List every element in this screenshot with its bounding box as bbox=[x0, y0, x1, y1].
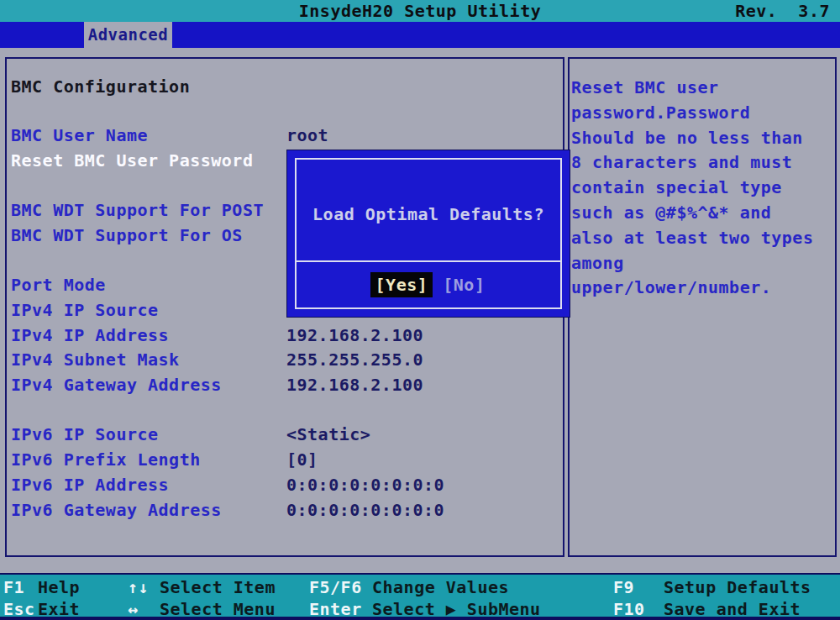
setting-label: BMC WDT Support For POST bbox=[11, 200, 264, 220]
setting-label: IPv4 Subnet Mask bbox=[11, 349, 180, 370]
app-title: InsydeH20 Setup Utility bbox=[0, 0, 840, 22]
setting-value: [0] bbox=[286, 447, 318, 472]
setting-label: IPv4 Gateway Address bbox=[11, 375, 222, 395]
setting-label: BMC User Name bbox=[11, 125, 148, 145]
help-line: password.Password bbox=[571, 101, 835, 126]
no-button[interactable]: [No] bbox=[441, 272, 486, 297]
confirm-dialog: Load Optimal Defaults? [Yes][No] bbox=[286, 150, 570, 318]
revision-label: Rev. 3.7 bbox=[735, 0, 830, 22]
hint-key-f5-f6: F5/F6 bbox=[309, 576, 362, 598]
menu-bar: Advanced bbox=[0, 22, 840, 48]
hint-desc-select-menu: Select Menu bbox=[160, 598, 276, 620]
setting-value: <Static> bbox=[286, 422, 370, 447]
row-bmc-user-name[interactable]: BMC User Name root bbox=[7, 123, 561, 148]
leftright-arrows-icon: ↔ bbox=[128, 598, 139, 620]
hint-desc-help: Help bbox=[38, 576, 80, 598]
hint-desc-select-submenu: Select ▶ SubMenu bbox=[372, 598, 541, 620]
setting-label: IPv6 IP Source bbox=[11, 424, 159, 444]
dialog-border: Load Optimal Defaults? [Yes][No] bbox=[295, 158, 562, 309]
hint-key-enter: Enter bbox=[309, 598, 362, 620]
help-text: Reset BMC user password.Password Should … bbox=[570, 76, 835, 301]
help-line: 8 characters and must bbox=[571, 150, 835, 176]
dialog-separator bbox=[297, 260, 560, 262]
help-line: upper/lower/number. bbox=[571, 276, 835, 301]
setting-label: IPv6 Prefix Length bbox=[11, 449, 201, 470]
hint-desc-setup-defaults: Setup Defaults bbox=[664, 576, 811, 598]
hint-key-f10: F10 bbox=[613, 598, 645, 620]
help-line: contain special type bbox=[571, 176, 835, 201]
help-line: also at least two types bbox=[571, 226, 835, 251]
row-ipv4-ip-address[interactable]: IPv4 IP Address 192.168.2.100 bbox=[7, 323, 561, 348]
setting-value: 192.168.2.100 bbox=[286, 323, 423, 348]
setting-label: IPv4 IP Source bbox=[11, 300, 159, 320]
hint-desc-save-and-exit: Save and Exit bbox=[664, 598, 801, 620]
setting-value: 0:0:0:0:0:0:0:0 bbox=[286, 497, 444, 523]
help-line: such as @#$%^&* and bbox=[571, 201, 835, 226]
hint-key-f1: F1 bbox=[3, 576, 24, 598]
help-panel: Reset BMC user password.Password Should … bbox=[568, 57, 837, 557]
setting-label: Port Mode bbox=[11, 275, 106, 295]
setting-label: BMC WDT Support For OS bbox=[11, 225, 243, 245]
row-ipv6-gateway-address[interactable]: IPv6 Gateway Address 0:0:0:0:0:0:0:0 bbox=[7, 497, 561, 523]
row-ipv6-ip-address[interactable]: IPv6 IP Address 0:0:0:0:0:0:0:0 bbox=[7, 472, 561, 497]
dialog-message: Load Optimal Defaults? bbox=[297, 202, 560, 227]
section-heading: BMC Configuration bbox=[11, 74, 190, 99]
help-line: Reset BMC user bbox=[571, 76, 835, 101]
row-ipv4-gateway-address[interactable]: IPv4 Gateway Address 192.168.2.100 bbox=[7, 372, 561, 397]
setting-value: 0:0:0:0:0:0:0:0 bbox=[286, 472, 444, 497]
hint-desc-change-values: Change Values bbox=[372, 576, 509, 598]
footer-bar: F1 Help ↑↓ Select Item F5/F6 Change Valu… bbox=[0, 573, 840, 620]
setting-label: Reset BMC User Password bbox=[11, 150, 253, 171]
hint-desc-select-item: Select Item bbox=[160, 576, 276, 598]
dialog-buttons: [Yes][No] bbox=[297, 272, 560, 297]
hint-desc-exit: Exit bbox=[38, 598, 80, 620]
setting-label: IPv6 IP Address bbox=[11, 475, 169, 495]
updown-arrows-icon: ↑↓ bbox=[128, 576, 149, 598]
row-ipv4-subnet-mask[interactable]: IPv4 Subnet Mask 255.255.255.0 bbox=[7, 347, 561, 372]
tab-advanced[interactable]: Advanced bbox=[84, 22, 172, 48]
setting-label: IPv6 Gateway Address bbox=[11, 500, 222, 520]
row-ipv6-ip-source[interactable]: IPv6 IP Source <Static> bbox=[7, 422, 561, 447]
bios-screen: InsydeH20 Setup Utility Rev. 3.7 Advance… bbox=[0, 0, 840, 620]
row-ipv6-prefix-length[interactable]: IPv6 Prefix Length [0] bbox=[7, 447, 561, 472]
help-line: among bbox=[571, 251, 835, 276]
yes-button[interactable]: [Yes] bbox=[370, 272, 433, 297]
hint-key-f9: F9 bbox=[613, 576, 634, 598]
setting-value: 255.255.255.0 bbox=[286, 347, 423, 372]
help-line: Should be no less than bbox=[571, 126, 835, 151]
hint-key-esc: Esc bbox=[3, 598, 35, 620]
setting-label: IPv4 IP Address bbox=[11, 325, 169, 345]
setting-value: root bbox=[286, 123, 328, 148]
title-bar: InsydeH20 Setup Utility Rev. 3.7 bbox=[0, 0, 840, 22]
setting-value: 192.168.2.100 bbox=[286, 372, 423, 397]
